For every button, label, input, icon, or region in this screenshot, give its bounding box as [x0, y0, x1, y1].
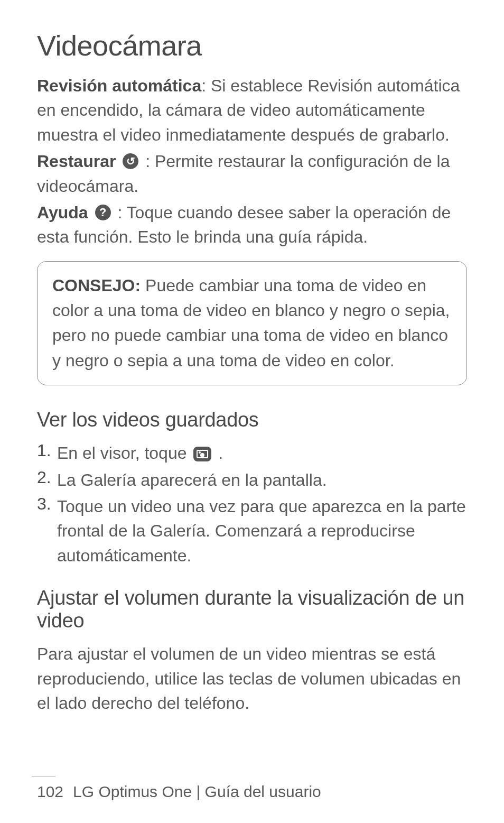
doc-title: LG Optimus One | Guía del usuario: [73, 783, 321, 800]
label-restore: Restaurar: [37, 152, 116, 171]
tip-content: CONSEJO: Puede cambiar una toma de video…: [52, 273, 452, 373]
gallery-icon: [193, 447, 211, 461]
list-body: En el visor, toque .: [57, 441, 467, 465]
tip-box: CONSEJO: Puede cambiar una toma de video…: [37, 261, 467, 385]
ordered-list-saved-videos: 1. En el visor, toque . 2. La Galería ap…: [37, 441, 467, 568]
text-after-icon: .: [213, 443, 223, 463]
list-number: 2.: [37, 468, 57, 492]
list-number: 3.: [37, 494, 57, 568]
list-item: 2. La Galería aparecerá en la pantalla.: [37, 468, 467, 492]
page-title: Videocámara: [37, 29, 467, 62]
label-help: Ayuda: [37, 203, 88, 222]
heading-saved-videos: Ver los videos guardados: [37, 409, 467, 431]
restore-icon: [123, 153, 138, 169]
list-item: 3. Toque un video una vez para que apare…: [37, 494, 467, 568]
paragraph-help: Ayuda : Toque cuando desee saber la oper…: [37, 200, 467, 249]
paragraph-adjust-volume: Para ajustar el volumen de un video mien…: [37, 642, 467, 715]
page-footer: 102LG Optimus One | Guía del usuario: [37, 776, 467, 801]
label-auto-review: Revisión automática: [37, 76, 201, 95]
paragraph-restore: Restaurar : Permite restaurar la configu…: [37, 149, 467, 198]
paragraph-auto-review: Revisión automática: Si establece Revisi…: [37, 73, 467, 147]
list-body: La Galería aparecerá en la pantalla.: [57, 468, 467, 492]
tip-label: CONSEJO:: [52, 276, 141, 295]
page-number: 102: [37, 783, 63, 800]
heading-adjust-volume: Ajustar el volumen durante la visualizac…: [37, 587, 467, 632]
footer-text: 102LG Optimus One | Guía del usuario: [37, 783, 467, 801]
footer-divider: [32, 776, 55, 776]
help-icon: [95, 205, 111, 220]
list-number: 1.: [37, 441, 57, 465]
text-before-icon: En el visor, toque: [57, 443, 191, 463]
list-item: 1. En el visor, toque .: [37, 441, 467, 465]
list-body: Toque un video una vez para que aparezca…: [57, 494, 467, 568]
